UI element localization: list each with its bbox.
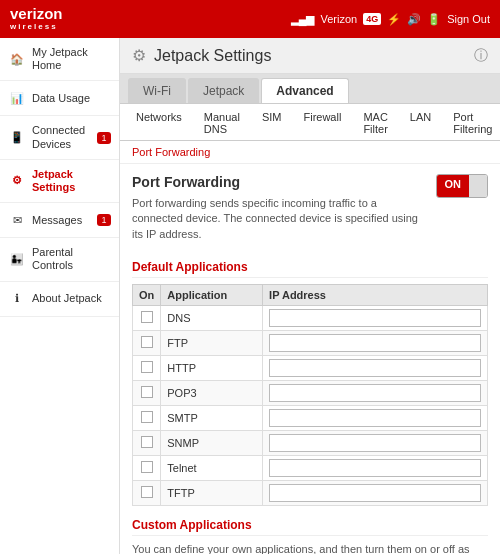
checkbox-icon[interactable] bbox=[141, 311, 153, 323]
checkbox-icon[interactable] bbox=[141, 336, 153, 348]
default-row-on bbox=[133, 481, 161, 506]
table-row: POP3 bbox=[133, 381, 488, 406]
default-apps-table: On Application IP Address DNS FTP HTTP P… bbox=[132, 284, 488, 506]
col-ip-address: IP Address bbox=[263, 285, 488, 306]
tab-jetpack[interactable]: Jetpack bbox=[188, 78, 259, 103]
port-forwarding-text: Port Forwarding Port forwarding sends sp… bbox=[132, 174, 436, 250]
default-row-on bbox=[133, 406, 161, 431]
breadcrumb-bar: Port Forwarding bbox=[120, 141, 500, 164]
info-sidebar-icon: ℹ bbox=[8, 290, 26, 308]
lightning-icon: ⚡ bbox=[387, 13, 401, 26]
sidebar-item-my-jetpack-home[interactable]: 🏠 My Jetpack Home bbox=[0, 38, 119, 81]
sidebar: 🏠 My Jetpack Home 📊 Data Usage 📱 Connect… bbox=[0, 38, 120, 554]
content-area: Port Forwarding Port forwarding sends sp… bbox=[120, 164, 500, 554]
table-row: Telnet bbox=[133, 456, 488, 481]
page-info-icon[interactable]: ⓘ bbox=[474, 47, 488, 65]
port-forwarding-toggle-section: Port Forwarding Port forwarding sends sp… bbox=[132, 174, 488, 250]
port-forwarding-toggle[interactable]: ON bbox=[436, 174, 489, 198]
default-ip-input[interactable] bbox=[269, 384, 481, 402]
table-row: TFTP bbox=[133, 481, 488, 506]
default-row-on bbox=[133, 456, 161, 481]
default-row-ip bbox=[263, 356, 488, 381]
default-row-app: SNMP bbox=[161, 431, 263, 456]
messages-icon: ✉ bbox=[8, 211, 26, 229]
layout: 🏠 My Jetpack Home 📊 Data Usage 📱 Connect… bbox=[0, 38, 500, 554]
col-on: On bbox=[133, 285, 161, 306]
default-row-ip bbox=[263, 306, 488, 331]
default-apps-body: DNS FTP HTTP POP3 SMTP SNMP Telnet bbox=[133, 306, 488, 506]
header-right: ▂▄▆ Verizon 4G ⚡ 🔊 🔋 Sign Out bbox=[291, 13, 490, 26]
page-gear-icon: ⚙ bbox=[132, 46, 146, 65]
default-row-app: DNS bbox=[161, 306, 263, 331]
subtab-mac-filter[interactable]: MAC Filter bbox=[355, 108, 395, 140]
toggle-handle[interactable] bbox=[469, 175, 487, 197]
checkbox-icon[interactable] bbox=[141, 386, 153, 398]
breadcrumb[interactable]: Port Forwarding bbox=[132, 146, 210, 158]
subtab-firewall[interactable]: Firewall bbox=[295, 108, 349, 140]
table-row: DNS bbox=[133, 306, 488, 331]
default-row-on bbox=[133, 306, 161, 331]
table-row: FTP bbox=[133, 331, 488, 356]
tab-advanced[interactable]: Advanced bbox=[261, 78, 348, 103]
devices-icon: 📱 bbox=[8, 129, 26, 147]
volume-icon: 🔊 bbox=[407, 13, 421, 26]
custom-apps-desc: You can define your own applications, an… bbox=[132, 542, 488, 554]
default-apps-title: Default Applications bbox=[132, 260, 488, 278]
custom-apps-section: Custom Applications You can define your … bbox=[132, 518, 488, 554]
subtab-lan[interactable]: LAN bbox=[402, 108, 439, 140]
default-ip-input[interactable] bbox=[269, 459, 481, 477]
page-title: Jetpack Settings bbox=[154, 47, 271, 65]
home-icon: 🏠 bbox=[8, 50, 26, 68]
default-row-ip bbox=[263, 331, 488, 356]
default-row-ip bbox=[263, 456, 488, 481]
checkbox-icon[interactable] bbox=[141, 361, 153, 373]
subtab-port-filtering[interactable]: Port Filtering bbox=[445, 108, 500, 140]
default-ip-input[interactable] bbox=[269, 434, 481, 452]
signal-icon: ▂▄▆ bbox=[291, 13, 315, 26]
sidebar-item-parental-controls[interactable]: 👨‍👧 Parental Controls bbox=[0, 238, 119, 281]
port-forwarding-desc: Port forwarding sends specific incoming … bbox=[132, 196, 426, 242]
sidebar-item-data-usage[interactable]: 📊 Data Usage bbox=[0, 81, 119, 116]
sidebar-item-about-jetpack[interactable]: ℹ About Jetpack bbox=[0, 282, 119, 317]
port-forwarding-title: Port Forwarding bbox=[132, 174, 426, 190]
default-row-ip bbox=[263, 481, 488, 506]
default-ip-input[interactable] bbox=[269, 359, 481, 377]
default-row-on bbox=[133, 331, 161, 356]
default-row-app: SMTP bbox=[161, 406, 263, 431]
tab-wifi[interactable]: Wi-Fi bbox=[128, 78, 186, 103]
logo: verizon wireless bbox=[10, 6, 63, 31]
default-ip-input[interactable] bbox=[269, 309, 481, 327]
default-ip-input[interactable] bbox=[269, 409, 481, 427]
default-row-on bbox=[133, 356, 161, 381]
col-application: Application bbox=[161, 285, 263, 306]
parental-icon: 👨‍👧 bbox=[8, 250, 26, 268]
checkbox-icon[interactable] bbox=[141, 461, 153, 473]
subtab-sim[interactable]: SIM bbox=[254, 108, 290, 140]
checkbox-icon[interactable] bbox=[141, 486, 153, 498]
default-row-on bbox=[133, 381, 161, 406]
sign-out-button[interactable]: Sign Out bbox=[447, 13, 490, 25]
battery-icon: 🔋 bbox=[427, 13, 441, 26]
table-row: SNMP bbox=[133, 431, 488, 456]
checkbox-icon[interactable] bbox=[141, 436, 153, 448]
checkbox-icon[interactable] bbox=[141, 411, 153, 423]
subtab-manual-dns[interactable]: Manual DNS bbox=[196, 108, 248, 140]
default-row-ip bbox=[263, 431, 488, 456]
main-content: ⚙ Jetpack Settings ⓘ Wi-Fi Jetpack Advan… bbox=[120, 38, 500, 554]
toggle-on-label[interactable]: ON bbox=[437, 175, 470, 197]
sidebar-item-jetpack-settings[interactable]: ⚙ Jetpack Settings bbox=[0, 160, 119, 203]
default-row-app: FTP bbox=[161, 331, 263, 356]
table-row: SMTP bbox=[133, 406, 488, 431]
default-ip-input[interactable] bbox=[269, 484, 481, 502]
page-header: ⚙ Jetpack Settings ⓘ bbox=[120, 38, 500, 74]
sidebar-item-connected-devices[interactable]: 📱 Connected Devices 1 bbox=[0, 116, 119, 159]
subtab-networks[interactable]: Networks bbox=[128, 108, 190, 140]
default-row-app: POP3 bbox=[161, 381, 263, 406]
default-row-ip bbox=[263, 381, 488, 406]
default-ip-input[interactable] bbox=[269, 334, 481, 352]
default-row-app: TFTP bbox=[161, 481, 263, 506]
sidebar-item-messages[interactable]: ✉ Messages 1 bbox=[0, 203, 119, 238]
table-row: HTTP bbox=[133, 356, 488, 381]
sub-tab-bar: Networks Manual DNS SIM Firewall MAC Fil… bbox=[120, 104, 500, 141]
messages-badge: 1 bbox=[97, 214, 111, 226]
